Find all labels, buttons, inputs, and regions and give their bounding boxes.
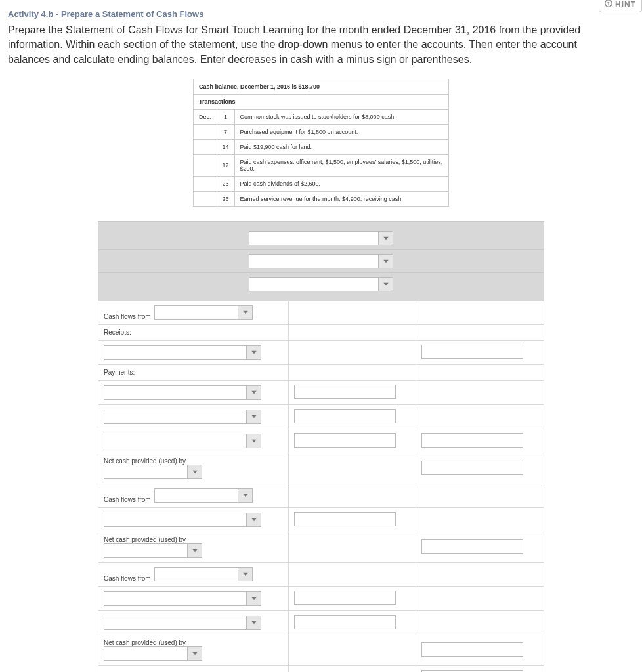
section3-amount-input-1[interactable] <box>294 591 396 605</box>
section2-amount-input[interactable] <box>294 512 396 526</box>
payments-label: Payments: <box>104 369 135 376</box>
chevron-down-icon <box>246 410 261 423</box>
section2-account-select[interactable] <box>104 513 261 527</box>
net-cash-activity-select-2[interactable] <box>104 543 202 558</box>
cash-flows-from-label-1: Cash flows from <box>104 313 151 320</box>
statement-title-select-2[interactable] <box>249 254 393 268</box>
section3-amount-input-2[interactable] <box>294 615 396 629</box>
trans-day: 1 <box>217 110 234 125</box>
transactions-subheader: Transactions <box>194 94 449 110</box>
instructions-text: Prepare the Statement of Cash Flows for … <box>0 20 604 79</box>
trans-text: Purchased equipment for $1,800 on accoun… <box>234 125 448 140</box>
cash-flows-from-label-3: Cash flows from <box>104 575 151 582</box>
chevron-down-icon <box>378 278 393 291</box>
payment-total-input[interactable] <box>421 433 523 448</box>
chevron-down-icon <box>187 465 202 478</box>
trans-day: 26 <box>217 192 234 207</box>
net-cash-label-3: Net cash provided (used) by <box>104 639 186 646</box>
receipt-amount-input[interactable] <box>421 345 523 359</box>
month-label: Dec. <box>194 110 217 125</box>
cash-flows-from-label-2: Cash flows from <box>104 496 151 503</box>
trans-text: Earned service revenue for the month, $4… <box>234 192 448 207</box>
trans-text: Paid $19,900 cash for land. <box>234 140 448 155</box>
net-cash-label-2: Net cash provided (used) by <box>104 536 186 543</box>
net-cash-activity-select-3[interactable] <box>104 646 202 661</box>
activity-title: Activity 4.b - Prepare a Statement of Ca… <box>0 7 642 20</box>
net-cash-amount-input-3[interactable] <box>421 642 523 657</box>
chevron-down-icon <box>246 434 261 448</box>
payment-account-select-2[interactable] <box>104 410 261 424</box>
trans-day: 23 <box>217 177 234 192</box>
chevron-down-icon <box>378 232 393 245</box>
activity-type-select-2[interactable] <box>154 488 253 503</box>
chevron-down-icon <box>187 647 202 660</box>
statement-title-select-3[interactable] <box>249 277 393 291</box>
activity-type-select-3[interactable] <box>154 567 253 581</box>
trans-day: 14 <box>217 140 234 155</box>
receipt-account-select[interactable] <box>104 345 261 360</box>
net-cash-amount-input-1[interactable] <box>421 461 523 475</box>
trans-text: Paid cash dividends of $2,600. <box>234 177 448 192</box>
transactions-table: Cash balance, December 1, 2016 is $18,70… <box>193 79 449 207</box>
chevron-down-icon <box>378 255 393 268</box>
chevron-down-icon <box>246 513 261 526</box>
chevron-down-icon <box>246 592 261 605</box>
net-cash-activity-select-1[interactable] <box>104 465 202 479</box>
receipts-label: Receipts: <box>104 329 131 336</box>
chevron-down-icon <box>246 346 261 359</box>
payment-account-select-1[interactable] <box>104 385 261 400</box>
activity-type-select-1[interactable] <box>154 305 253 320</box>
trans-text: Common stock was issued to stockholders … <box>234 110 448 125</box>
section3-account-select-2[interactable] <box>104 616 261 630</box>
chevron-down-icon <box>238 568 252 581</box>
trans-day: 17 <box>217 155 234 177</box>
statement-title-select-1[interactable] <box>249 231 393 245</box>
trans-day: 7 <box>217 125 234 140</box>
svg-text:?: ? <box>607 1 610 7</box>
chevron-down-icon <box>238 489 252 502</box>
trans-text: Paid cash expenses: office rent, $1,500;… <box>234 155 448 177</box>
net-cash-label-1: Net cash provided (used) by <box>104 457 186 465</box>
chevron-down-icon <box>246 386 261 399</box>
chevron-down-icon <box>246 616 261 629</box>
cash-balance-header: Cash balance, December 1, 2016 is $18,70… <box>194 79 449 94</box>
payment-amount-input-1[interactable] <box>294 385 396 399</box>
help-icon: ? <box>605 0 612 9</box>
hint-label: HINT <box>615 0 636 9</box>
statement-worksheet: Cash flows from Receipts: Payments: <box>98 221 544 672</box>
chevron-down-icon <box>238 306 252 319</box>
payment-account-select-3[interactable] <box>104 434 261 448</box>
payment-amount-input-2[interactable] <box>294 409 396 423</box>
section3-account-select-1[interactable] <box>104 591 261 606</box>
payment-amount-input-3[interactable] <box>294 433 396 448</box>
hint-button[interactable]: ? HINT <box>599 0 642 12</box>
net-cash-amount-input-2[interactable] <box>421 539 523 554</box>
chevron-down-icon <box>187 544 202 557</box>
